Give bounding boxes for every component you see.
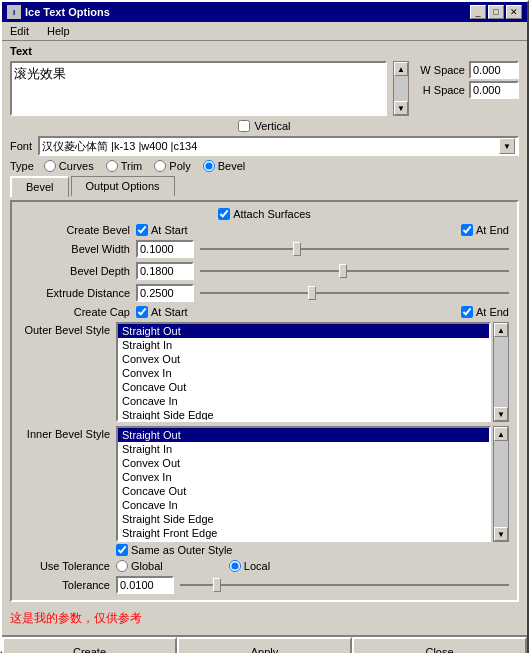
type-radio-group: Curves Trim Poly Bevel: [44, 160, 245, 172]
attach-surfaces-checkbox[interactable]: [218, 208, 230, 220]
extrude-distance-input[interactable]: [136, 284, 194, 302]
extrude-distance-slider[interactable]: [200, 286, 509, 300]
list-item[interactable]: Straight Out: [118, 324, 489, 338]
w-space-label: W Space: [415, 64, 465, 76]
inner-scroll-up[interactable]: ▲: [494, 427, 508, 441]
tolerance-local[interactable]: Local: [229, 560, 270, 572]
inner-list-scrollbar[interactable]: ▲ ▼: [493, 426, 509, 542]
font-dropdown-arrow[interactable]: ▼: [499, 138, 515, 154]
type-bevel[interactable]: Bevel: [203, 160, 246, 172]
apply-button[interactable]: Apply: [177, 637, 352, 653]
tolerance-slider[interactable]: [180, 578, 509, 592]
attach-surfaces-text: Attach Surfaces: [233, 208, 311, 220]
type-bevel-radio[interactable]: [203, 160, 215, 172]
w-space-input[interactable]: [469, 61, 519, 79]
create-cap-start-checkbox[interactable]: [136, 306, 148, 318]
tolerance-local-radio[interactable]: [229, 560, 241, 572]
inner-scroll-track: [494, 441, 508, 527]
vertical-checkbox-row: Vertical: [10, 120, 519, 132]
bevel-width-input[interactable]: [136, 240, 194, 258]
bevel-depth-slider-thumb[interactable]: [339, 264, 347, 278]
type-poly-radio[interactable]: [154, 160, 166, 172]
list-item[interactable]: Straight In: [118, 338, 489, 352]
title-bar-left: I Ice Text Options: [7, 5, 110, 19]
list-item[interactable]: Straight Front Edge: [118, 526, 489, 540]
inner-bevel-style-label: Inner Bevel Style: [20, 426, 110, 440]
create-bevel-at-start[interactable]: At Start: [136, 224, 188, 236]
close-button[interactable]: ✕: [506, 5, 522, 19]
create-cap-at-end[interactable]: At End: [461, 306, 509, 318]
tab-bevel[interactable]: Bevel: [10, 176, 69, 197]
vertical-checkbox[interactable]: [238, 120, 250, 132]
outer-scroll-up[interactable]: ▲: [494, 323, 508, 337]
tolerance-input[interactable]: [116, 576, 174, 594]
h-space-input[interactable]: [469, 81, 519, 99]
use-tolerance-label: Use Tolerance: [20, 560, 110, 572]
type-trim-radio[interactable]: [106, 160, 118, 172]
list-item[interactable]: Convex Out: [118, 352, 489, 366]
extrude-distance-slider-thumb[interactable]: [308, 286, 316, 300]
bevel-depth-slider[interactable]: [200, 264, 509, 278]
maximize-button[interactable]: □: [488, 5, 504, 19]
type-poly[interactable]: Poly: [154, 160, 190, 172]
create-bevel-end-checkbox[interactable]: [461, 224, 473, 236]
list-item[interactable]: Concave Out: [118, 380, 489, 394]
type-poly-label: Poly: [169, 160, 190, 172]
outer-scroll-down[interactable]: ▼: [494, 407, 508, 421]
font-dropdown[interactable]: 汉仪菱心体简 |k-13 |w400 |c134 ▼: [38, 136, 519, 156]
list-item[interactable]: Straight Out: [118, 428, 489, 442]
same-as-outer-label[interactable]: Same as Outer Style: [116, 544, 509, 556]
scroll-up-button[interactable]: ▲: [394, 62, 408, 76]
create-bevel-start-label: At Start: [151, 224, 188, 236]
inner-bevel-style-group: Inner Bevel Style Straight Out Straight …: [20, 426, 509, 556]
list-item[interactable]: Convex In: [118, 470, 489, 484]
bevel-width-slider-thumb[interactable]: [293, 242, 301, 256]
create-cap-row: Create Cap At Start At End: [20, 306, 509, 318]
tab-output-options[interactable]: Output Options: [71, 176, 175, 196]
create-cap-at-start[interactable]: At Start: [136, 306, 188, 318]
inner-bevel-style-list[interactable]: Straight Out Straight In Convex Out Conv…: [116, 426, 491, 542]
list-item[interactable]: Concave In: [118, 498, 489, 512]
menu-edit[interactable]: Edit: [6, 24, 33, 38]
inner-scroll-down[interactable]: ▼: [494, 527, 508, 541]
close-button-main[interactable]: Close: [352, 637, 527, 653]
list-item[interactable]: Concave Out: [118, 484, 489, 498]
tolerance-global[interactable]: Global: [116, 560, 163, 572]
vertical-label: Vertical: [254, 120, 290, 132]
create-button[interactable]: Create: [2, 637, 177, 653]
outer-bevel-style-group: Outer Bevel Style Straight Out Straight …: [20, 322, 509, 422]
list-item[interactable]: Straight In: [118, 442, 489, 456]
type-curves-radio[interactable]: [44, 160, 56, 172]
list-item[interactable]: Convex Out: [118, 456, 489, 470]
list-item[interactable]: Straight Side Edge: [118, 512, 489, 526]
content-area: Text 滚光效果 ▲ ▼ W Space H Space: [2, 41, 527, 635]
bevel-depth-slider-line: [200, 270, 509, 272]
bevel-width-slider[interactable]: [200, 242, 509, 256]
outer-bevel-style-list[interactable]: Straight Out Straight In Convex Out Conv…: [116, 322, 491, 422]
list-item[interactable]: Concave In: [118, 394, 489, 408]
create-cap-start-label: At Start: [151, 306, 188, 318]
scroll-down-button[interactable]: ▼: [394, 101, 408, 115]
menu-help[interactable]: Help: [43, 24, 74, 38]
list-item[interactable]: Straight Side Edge: [118, 408, 489, 422]
tolerance-global-radio[interactable]: [116, 560, 128, 572]
create-cap-end-checkbox[interactable]: [461, 306, 473, 318]
text-input[interactable]: 滚光效果: [10, 61, 387, 116]
type-trim-label: Trim: [121, 160, 143, 172]
type-curves[interactable]: Curves: [44, 160, 94, 172]
main-window: I Ice Text Options _ □ ✕ Edit Help Text …: [0, 0, 529, 653]
text-scrollbar[interactable]: ▲ ▼: [393, 61, 409, 116]
minimize-button[interactable]: _: [470, 5, 486, 19]
same-as-outer-checkbox[interactable]: [116, 544, 128, 556]
tab-bar: Bevel Output Options: [10, 176, 519, 196]
attach-surfaces-label[interactable]: Attach Surfaces: [218, 208, 311, 220]
create-bevel-at-end[interactable]: At End: [461, 224, 509, 236]
create-bevel-start-checkbox[interactable]: [136, 224, 148, 236]
bevel-depth-input[interactable]: [136, 262, 194, 280]
extrude-distance-label: Extrude Distance: [20, 287, 130, 299]
type-trim[interactable]: Trim: [106, 160, 143, 172]
list-item[interactable]: Convex In: [118, 366, 489, 380]
tolerance-slider-thumb[interactable]: [213, 578, 221, 592]
outer-list-scrollbar[interactable]: ▲ ▼: [493, 322, 509, 422]
font-label: Font: [10, 140, 32, 152]
